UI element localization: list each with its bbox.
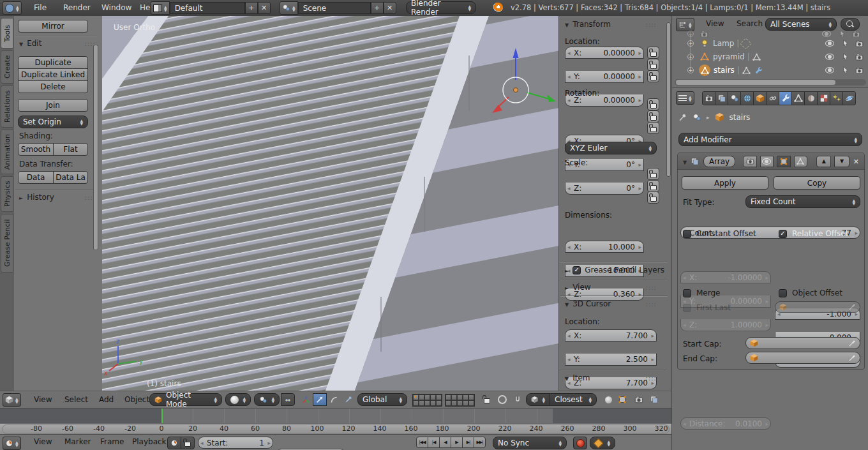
outliner-row-pyramid[interactable]: pyramid — [672, 50, 868, 63]
rotation-mode-dropdown[interactable]: XYZ Euler — [565, 142, 657, 154]
hide-icon[interactable] — [822, 31, 831, 37]
eyedropper-icon[interactable] — [848, 354, 856, 362]
join-button[interactable]: Join — [18, 99, 88, 112]
screen-layout-name-field[interactable]: Default — [170, 2, 245, 14]
opengl-render-sphere-button[interactable] — [601, 393, 615, 406]
first-last-checkbox[interactable] — [683, 304, 691, 312]
sync-dropdown[interactable]: No Sync — [493, 437, 567, 449]
proportional-edit-toggle[interactable] — [495, 393, 509, 406]
merge-checkbox[interactable] — [683, 289, 691, 297]
constant-offset-checkbox[interactable] — [683, 230, 691, 238]
close-scene-button[interactable]: ✕ — [384, 2, 396, 14]
location-y-field[interactable]: Y:0.00000 — [565, 71, 644, 83]
grease-pencil-checkbox[interactable] — [572, 266, 581, 274]
outliner-row-stairs[interactable]: stairs — [672, 64, 868, 77]
editor-type-timeline-button[interactable] — [3, 437, 21, 450]
play-button[interactable] — [451, 437, 463, 448]
viewport-3d[interactable]: z y x User Ortho (1) stairs — [102, 16, 558, 391]
outliner-hscroll-thumb[interactable] — [676, 80, 835, 85]
outliner-hscroll-track[interactable] — [675, 79, 866, 86]
tab-object[interactable] — [753, 91, 767, 105]
mode-dropdown[interactable]: Object Mode — [149, 393, 222, 406]
lock-to-scene-toggle[interactable] — [480, 393, 494, 406]
opengl-render-anim-button[interactable] — [647, 393, 661, 406]
dotted-grid-button[interactable] — [615, 393, 629, 406]
menu-outliner-view[interactable]: View — [700, 19, 730, 28]
scene-icon[interactable] — [280, 1, 298, 15]
drag-dots-icon[interactable] — [646, 375, 657, 382]
drag-dots-icon[interactable] — [646, 301, 657, 308]
renderable-icon[interactable] — [855, 66, 864, 75]
drag-dots-icon[interactable] — [646, 284, 657, 291]
expand-icon[interactable] — [687, 40, 694, 47]
tab-relations[interactable]: Relations — [1, 86, 13, 128]
eyedropper-icon[interactable] — [848, 303, 856, 311]
lock-time-toggle[interactable] — [181, 437, 195, 449]
orientation-dropdown[interactable]: Global — [357, 393, 407, 406]
duplicate-linked-button[interactable]: Duplicate Linked — [18, 68, 88, 81]
tab-tools[interactable]: Tools — [1, 18, 13, 49]
modifier-name-field[interactable]: Array — [703, 156, 736, 167]
manipulate-center-points-toggle[interactable]: ⇔ — [281, 393, 295, 406]
lock-scale-z-button[interactable] — [647, 191, 659, 204]
lock-scale-x-button[interactable] — [647, 168, 659, 180]
menu-frame[interactable]: Frame — [94, 437, 130, 446]
snap-element-dropdown[interactable] — [526, 393, 550, 406]
snap-target-dropdown[interactable]: Closest — [550, 393, 597, 406]
object-name[interactable]: pyramid — [713, 52, 745, 61]
modifier-expand-icon[interactable] — [683, 157, 687, 166]
scene-datablock-icon[interactable] — [692, 113, 701, 122]
object-name[interactable]: Lamp — [713, 39, 734, 48]
editor-type-properties-button[interactable] — [676, 91, 694, 105]
start-cap-picker[interactable] — [745, 337, 860, 349]
info-editor-icon[interactable] — [3, 1, 22, 15]
scale-x-field[interactable]: X:10.000 — [565, 241, 644, 253]
use-preview-range-toggle[interactable] — [167, 437, 181, 449]
add-layout-button[interactable]: + — [245, 2, 258, 14]
tab-material[interactable] — [804, 91, 818, 105]
tab-render[interactable] — [702, 91, 715, 105]
timeline-ruler[interactable]: -80 -60 -40 -20 0 20 40 60 80 100 120 14… — [0, 423, 671, 434]
merge-toggle[interactable]: Merge — [683, 289, 720, 297]
npanel-scrollbar[interactable] — [666, 22, 671, 177]
outliner-row-lamp[interactable]: Lamp — [672, 37, 868, 50]
opengl-render-image-button[interactable] — [632, 393, 646, 406]
frame-start-field[interactable]: Start:1 — [198, 437, 273, 449]
modifier-wrench-icon[interactable] — [754, 66, 763, 75]
add-scene-button[interactable]: + — [371, 2, 384, 14]
set-origin-dropdown[interactable]: Set Origin — [18, 116, 88, 128]
close-layout-button[interactable]: ✕ — [258, 2, 271, 14]
menu-select[interactable]: Select — [59, 395, 94, 404]
add-modifier-dropdown[interactable]: Add Modifier — [678, 133, 862, 146]
merge-distance-field[interactable]: Distance:0.0100 — [680, 417, 771, 430]
tab-physics[interactable]: Physics — [1, 176, 13, 212]
view-panel-header[interactable]: View — [565, 283, 666, 292]
toolshelf-scrollbar[interactable] — [93, 45, 98, 250]
jump-to-start-button[interactable] — [416, 437, 428, 448]
drag-dots-icon[interactable] — [646, 21, 657, 28]
eyedropper-icon[interactable] — [848, 340, 856, 347]
history-panel-header[interactable]: History — [19, 193, 96, 202]
first-last-toggle[interactable]: First Last — [683, 303, 731, 312]
record-autokey-button[interactable] — [573, 437, 587, 449]
editor-type-outliner-button[interactable] — [676, 18, 694, 31]
previous-keyframe-button[interactable] — [428, 437, 440, 448]
move-modifier-down-button[interactable]: ▼ — [834, 156, 849, 167]
move-modifier-up-button[interactable]: ▲ — [816, 156, 831, 167]
lock-rotation-z-button[interactable] — [647, 122, 659, 134]
constant-offset-x-field[interactable]: X:-1.00000 — [680, 271, 771, 283]
menu-view3d[interactable]: View — [28, 395, 57, 404]
tab-modifiers[interactable] — [779, 91, 792, 105]
search-button[interactable] — [841, 18, 860, 31]
expand-icon[interactable] — [687, 31, 694, 37]
selectable-icon[interactable] — [842, 66, 849, 74]
mirror-button[interactable]: Mirror — [18, 20, 88, 33]
edit-panel-header[interactable]: Edit — [19, 39, 96, 48]
transform-panel-header[interactable]: Transform — [565, 20, 666, 29]
editor-type-info-button[interactable] — [3, 1, 22, 15]
dimension-y-field[interactable]: Y:2.500 — [565, 354, 657, 366]
pivot-dropdown[interactable] — [254, 393, 280, 406]
lock-location-y-button[interactable] — [647, 59, 659, 71]
expand-icon[interactable] — [687, 54, 694, 60]
menu-render[interactable]: Render — [56, 0, 98, 15]
